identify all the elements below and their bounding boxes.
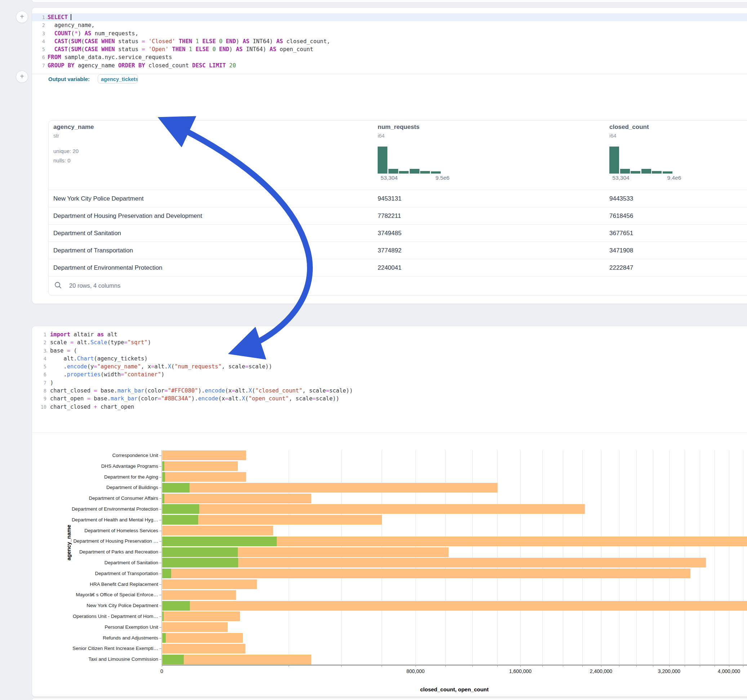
line-number: 3: [32, 30, 45, 38]
x-tick: [472, 665, 473, 667]
bar-open-count: [162, 504, 199, 514]
text-cursor: [71, 14, 71, 20]
x-tick-label: 4,000,000: [718, 668, 740, 674]
y-axis-label: Department of Health and Mental Hyg…: [54, 517, 158, 522]
code-line[interactable]: 1⌄SELECT: [32, 13, 747, 21]
table-row-count: 20 rows, 4 columns: [69, 282, 120, 289]
histogram-bar: [641, 169, 651, 173]
y-axis-label: Department of Environmental Protection: [54, 506, 158, 512]
table-footer: 20 rows, 4 columns: [48, 276, 747, 296]
y-axis-label: HRA Benefit Card Replacement: [54, 582, 158, 587]
line-number: 7: [32, 62, 45, 69]
code-line[interactable]: 3 COUNT(*) AS num_requests,: [32, 30, 747, 38]
bar-open-count: [162, 483, 189, 493]
table-row[interactable]: Department of Sanitation37494853677651: [48, 224, 747, 242]
histogram-num-requests: [378, 146, 443, 173]
code-text: FROM sample_data.nyc.service_requests: [48, 53, 172, 61]
table-row[interactable]: Department of Transportation377489234719…: [48, 241, 747, 259]
column-type-closed-count: i64: [609, 133, 616, 139]
histogram-bar: [609, 146, 619, 173]
table-cell: Department of Sanitation: [53, 225, 121, 242]
code-line[interactable]: 6FROM sample_data.nyc.service_requests: [32, 53, 747, 61]
gridline: [563, 450, 563, 665]
x-tick: [637, 665, 637, 667]
code-text: SELECT: [48, 13, 71, 21]
x-tick: [445, 665, 446, 667]
histogram-bar: [389, 169, 398, 173]
sql-editor[interactable]: 1⌄SELECT2 agency_name,3 COUNT(*) AS num_…: [32, 13, 747, 69]
sql-cell-card: 1⌄SELECT2 agency_name,3 COUNT(*) AS num_…: [32, 7, 747, 304]
x-tick: [542, 665, 543, 667]
histogram-closed-count: [609, 146, 674, 173]
column-header-closed-count[interactable]: closed_count: [609, 124, 649, 131]
table-row[interactable]: New York City Police Department945313194…: [48, 190, 747, 207]
sql-output-divider: [32, 74, 747, 74]
table-row[interactable]: Department of Housing Preservation and D…: [48, 207, 747, 225]
output-variable-label: Output variable:: [48, 76, 90, 82]
x-tick-label: 0: [160, 668, 163, 674]
table-cell: 2222847: [609, 259, 633, 276]
line-number: 6: [32, 53, 45, 61]
y-axis-label: Operations Unit - Department of Hom…: [54, 614, 158, 619]
search-icon[interactable]: [54, 281, 62, 289]
x-tick: [416, 665, 416, 667]
histogram-min-closed-count: 53,304: [606, 175, 635, 181]
bar-closed-count: [162, 633, 243, 643]
table-cell: 7782211: [378, 207, 401, 225]
bar-open-count: [162, 633, 166, 643]
y-axis-label: Personal Exemption Unit: [54, 625, 158, 630]
bar-open-count: [162, 537, 277, 546]
y-axis-label: Department of Transportation: [54, 571, 158, 576]
histogram-bar: [378, 146, 387, 173]
bar-closed-count: [162, 611, 240, 621]
gridline: [341, 450, 342, 665]
histogram-bar: [620, 169, 630, 173]
bar-closed-count: [162, 451, 246, 460]
bar-closed-count: [162, 569, 690, 578]
table-cell: 7618456: [609, 207, 633, 225]
x-tick: [619, 665, 620, 667]
bar-closed-count: [162, 644, 245, 653]
code-line[interactable]: 4 CAST(SUM(CASE WHEN status = 'Closed' T…: [32, 38, 747, 45]
histogram-max-num-requests: 9.5e6: [432, 175, 453, 181]
y-axis-label: Mayorâ€ s Office of Special Enforce…: [54, 592, 158, 597]
gridline: [619, 450, 620, 665]
x-tick: [563, 665, 563, 667]
column-header-num-requests[interactable]: num_requests: [378, 124, 419, 131]
table-cell: 3774892: [378, 242, 401, 259]
y-axis-label: Department of Sanitation: [54, 560, 158, 565]
bar-closed-count: [162, 472, 246, 482]
bar-closed-count: [162, 622, 228, 632]
result-table: agency_name str unique: 20 nulls: 0 num_…: [48, 120, 747, 296]
y-axis-label: Department of Consumer Affairs: [54, 495, 158, 501]
bar-chart: agency_name Correspondence UnitDHS Advan…: [32, 326, 747, 696]
add-cell-button-middle[interactable]: +: [16, 71, 28, 83]
y-axis-label: Refunds and Adjustments: [54, 635, 158, 641]
code-line[interactable]: 2 agency_name,: [32, 21, 747, 29]
table-row[interactable]: Department of Environmental Protection22…: [48, 259, 747, 276]
histogram-max-closed-count: 9.4e6: [664, 175, 685, 181]
column-header-agency-name[interactable]: agency_name: [53, 124, 94, 131]
gridline: [743, 450, 743, 665]
bar-open-count: [162, 569, 171, 578]
x-tick: [289, 665, 289, 667]
y-axis-label: Department of Housing Preservation …: [54, 538, 158, 544]
code-text: agency_name,: [48, 21, 95, 29]
code-line[interactable]: 5 CAST(SUM(CASE WHEN status = 'Open' THE…: [32, 45, 747, 53]
x-tick: [341, 665, 342, 667]
add-cell-button-top[interactable]: +: [16, 11, 28, 23]
bar-closed-count: [162, 483, 497, 493]
y-axis-label: New York City Police Department: [54, 603, 158, 608]
histogram-bar: [663, 171, 672, 173]
code-text: COUNT(*) AS num_requests,: [48, 30, 138, 38]
table-cell: Department of Environmental Protection: [53, 259, 162, 276]
output-variable-pill[interactable]: agency_tickets: [98, 74, 138, 83]
x-tick: [685, 665, 685, 667]
bar-closed-count: [162, 590, 236, 600]
x-tick: [520, 665, 521, 667]
table-cell: Department of Housing Preservation and D…: [53, 207, 202, 225]
code-line[interactable]: 7GROUP BY agency_name ORDER BY closed_co…: [32, 62, 747, 69]
line-number: 1: [32, 13, 45, 21]
previous-cell-edge: [32, 0, 747, 3]
y-axis-label: Department for the Aging: [54, 474, 158, 480]
